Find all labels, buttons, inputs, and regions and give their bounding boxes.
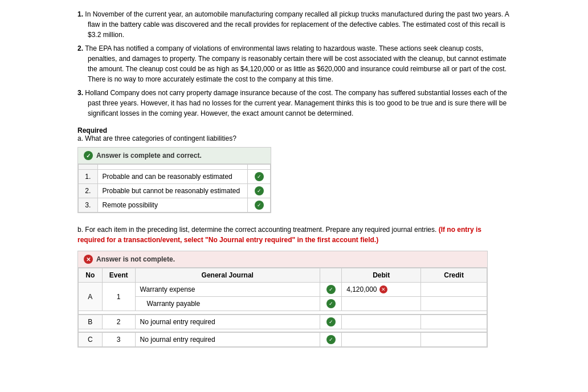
row-c-account: No journal entry required — [135, 332, 320, 347]
row-a-check-icon-2: ✓ — [326, 299, 336, 308]
empty-check — [248, 165, 271, 170]
journal-row-a-2: Warranty payable ✓ — [79, 297, 487, 311]
row-a-account-1: Warranty expense — [135, 283, 320, 297]
row1-check: ✓ — [248, 170, 271, 184]
row-c-debit — [342, 332, 421, 347]
answer-a-row-empty — [79, 165, 271, 170]
row-a-account-2: Warranty payable — [135, 297, 320, 311]
answer-b-header: ✕ Answer is not complete. — [78, 251, 487, 268]
row-b-event: 2 — [102, 315, 135, 329]
row3-check: ✓ — [248, 198, 271, 213]
answer-a-row-3: 3. Remote possibility ✓ — [79, 198, 271, 213]
row1-text: Probable and can be reasonably estimated — [97, 170, 248, 184]
row3-num: 3. — [79, 198, 98, 213]
journal-header-row: No Event General Journal Debit Credit — [79, 268, 487, 283]
row2-text: Probable but cannot be reasonably estima… — [97, 184, 248, 198]
answer-b-status: Answer is not complete. — [96, 255, 175, 263]
row-b-account: No journal entry required — [135, 315, 320, 329]
col-debit: Debit — [342, 268, 421, 283]
row-c-event: 3 — [102, 332, 135, 347]
row1-num: 1. — [79, 170, 98, 184]
col-credit: Credit — [421, 268, 487, 283]
col-gj: General Journal — [135, 268, 320, 283]
answer-a-status: Answer is complete and correct. — [96, 152, 202, 160]
answer-a-box: ✓ Answer is complete and correct. 1. Pro… — [77, 147, 271, 213]
row-c-check-icon: ✓ — [326, 335, 336, 344]
answer-a-table: 1. Probable and can be reasonably estima… — [78, 164, 271, 213]
row-b-check: ✓ — [320, 315, 341, 329]
part-b-text: b. For each item in the preceding list, … — [77, 224, 511, 245]
journal-table: No Event General Journal Debit Credit A … — [78, 268, 487, 347]
row-a-credit-1 — [421, 283, 487, 297]
part-b-intro: b. For each item in the preceding list, … — [77, 226, 439, 234]
row3-text: Remote possibility — [97, 198, 248, 213]
col-check — [320, 268, 341, 283]
journal-row-a-1: A 1 Warranty expense ✓ 4,120,000 ✕ — [79, 283, 487, 297]
row-a-debit-2 — [342, 297, 421, 311]
answer-a-row-1: 1. Probable and can be reasonably estima… — [79, 170, 271, 184]
row-a-event: 1 — [102, 283, 135, 311]
row2-check-icon: ✓ — [255, 186, 264, 195]
row1-check-icon: ✓ — [255, 172, 264, 181]
question-a-label: a. What are three categories of continge… — [77, 134, 511, 142]
debit-error-icon: ✕ — [379, 285, 387, 293]
answer-a-row-2: 2. Probable but cannot be reasonably est… — [79, 184, 271, 198]
journal-row-c: C 3 No journal entry required ✓ — [79, 332, 487, 347]
row-b-debit — [342, 315, 421, 329]
row2-num: 2. — [79, 184, 98, 198]
row-a-credit-2 — [421, 297, 487, 311]
journal-row-b: B 2 No journal entry required ✓ — [79, 315, 487, 329]
row-a-no: A — [79, 283, 103, 311]
row-a-check-1: ✓ — [320, 283, 341, 297]
row-a-debit-1: 4,120,000 ✕ — [342, 283, 421, 297]
empty-num — [79, 165, 98, 170]
col-event: Event — [102, 268, 135, 283]
problem-2: 2. The EPA has notified a company of vio… — [77, 43, 511, 84]
debit-amount: 4,120,000 — [346, 285, 377, 293]
row-a-check-2: ✓ — [320, 297, 341, 311]
complete-check-icon: ✓ — [84, 151, 93, 160]
col-no: No — [79, 268, 103, 283]
row-c-check: ✓ — [320, 332, 341, 347]
journal-box: ✕ Answer is not complete. No Event Gener… — [77, 251, 488, 348]
row-c-no: C — [79, 332, 103, 347]
problem-text: 1. In November of the current year, an a… — [77, 9, 511, 119]
row-b-credit — [421, 315, 487, 329]
empty-text — [97, 165, 248, 170]
row-c-credit — [421, 332, 487, 347]
required-section: Required a. What are three categories of… — [77, 126, 511, 142]
incomplete-x-icon: ✕ — [84, 255, 93, 264]
required-label: Required — [77, 126, 511, 134]
row3-check-icon: ✓ — [255, 201, 264, 210]
problem-3: 3. Holland Company does not carry proper… — [77, 88, 511, 119]
answer-a-header: ✓ Answer is complete and correct. — [78, 148, 271, 164]
row2-check: ✓ — [248, 184, 271, 198]
debit-value-wrapper: 4,120,000 ✕ — [346, 285, 416, 293]
row-b-no: B — [79, 315, 103, 329]
row-b-check-icon: ✓ — [326, 317, 336, 326]
row-a-check-icon-1: ✓ — [326, 285, 336, 294]
problem-1: 1. In November of the current year, an a… — [77, 9, 511, 40]
